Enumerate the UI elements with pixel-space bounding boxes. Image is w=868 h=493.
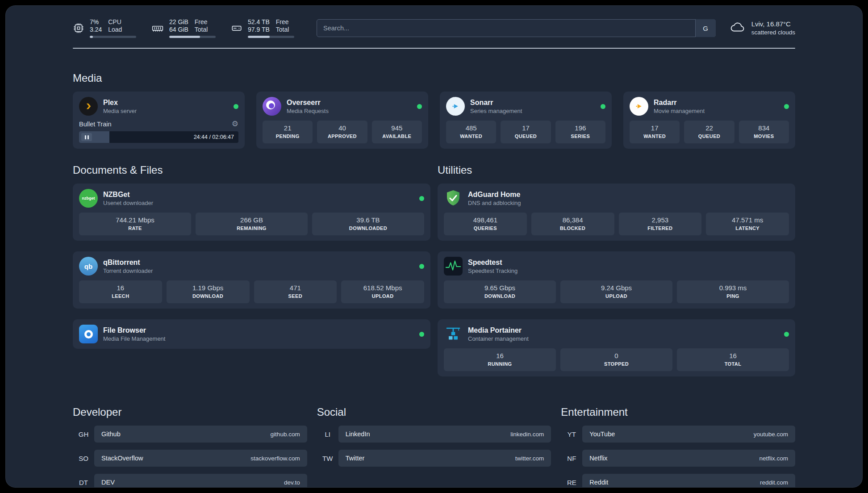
stat-tile: 22QUEUED — [684, 121, 734, 143]
status-dot — [234, 104, 238, 109]
stat-tile: 17WANTED — [630, 121, 680, 143]
bookmark-netflix[interactable]: NF Netflix netflix.com — [561, 450, 795, 467]
service-card-radarr[interactable]: Radarr Movie management 17WANTED 22QUEUE… — [623, 92, 795, 149]
service-card-adguard[interactable]: AdGuard Home DNS and adblocking 498,461Q… — [438, 184, 795, 241]
service-name: Sonarr — [470, 98, 522, 107]
screen: 7% 3.24 CPU Load — [0, 0, 868, 493]
media-row: Plex Media server Bullet Train ⚙ 24:44 /… — [73, 92, 795, 149]
section-heading-media: Media — [73, 72, 795, 84]
stat-tile: 17QUEUED — [501, 121, 551, 143]
stat-tile: 39.6 TBDOWNLOADED — [312, 213, 424, 235]
stat-tile: 618.52 MbpsUPLOAD — [341, 280, 424, 303]
bookmark-url: twitter.com — [515, 455, 544, 462]
weather-condition: scattered clouds — [751, 28, 795, 37]
section-heading-entertainment: Entertainment — [561, 406, 795, 418]
portainer-icon — [444, 325, 463, 343]
service-card-qbittorrent[interactable]: qb qBittorrent Torrent downloader 16LEEC… — [73, 251, 430, 309]
bookmark-name: Github — [101, 430, 121, 438]
stat-tile: 266 GBREMAINING — [196, 213, 308, 235]
search-provider-button[interactable]: G — [695, 19, 716, 37]
bookmark-name: DEV — [101, 479, 115, 486]
bookmark-url: linkedin.com — [510, 431, 544, 438]
service-card-overseerr[interactable]: Overseerr Media Requests 21PENDING 40APP… — [256, 92, 428, 149]
service-desc: Container management — [468, 335, 529, 343]
plex-icon — [79, 97, 98, 116]
status-dot — [417, 104, 422, 109]
status-dot — [601, 104, 605, 109]
service-card-filebrowser[interactable]: File Browser Media File Management — [73, 319, 430, 349]
section-heading-documents: Documents & Files — [73, 164, 430, 176]
bookmarks-section: Developer GH Github github.com SO StackO… — [73, 406, 795, 488]
pause-button[interactable] — [81, 133, 92, 141]
cpu-label: CPU — [108, 18, 122, 26]
bookmark-name: Reddit — [589, 479, 608, 486]
memory-usage-bar — [169, 36, 216, 38]
adguard-icon — [444, 189, 463, 208]
service-name: Media Portainer — [468, 326, 529, 335]
status-dot — [419, 196, 424, 201]
status-dot — [419, 264, 424, 269]
bookmark-github[interactable]: GH Github github.com — [73, 426, 307, 443]
service-card-nzbget[interactable]: nzbget NZBGet Usenet downloader 744.21 M… — [73, 184, 430, 241]
stat-tile: 9.24 GbpsUPLOAD — [560, 280, 672, 303]
disk-icon — [231, 22, 242, 34]
stat-tile: 16TOTAL — [677, 348, 789, 371]
stat-tile: 16LEECH — [79, 280, 162, 303]
bookmark-youtube[interactable]: YT YouTube youtube.com — [561, 426, 795, 443]
service-card-speedtest[interactable]: Speedtest Speedtest Tracking 9.65 GbpsDO… — [438, 251, 795, 309]
stat-tile: 744.21 MbpsRATE — [79, 213, 191, 235]
documents-column: Documents & Files nzbget NZBGet Usenet d… — [73, 164, 430, 359]
stat-tile: 498,461QUERIES — [444, 213, 527, 235]
service-desc: Torrent downloader — [103, 267, 153, 275]
service-name: Plex — [103, 98, 137, 107]
service-name: NZBGet — [103, 190, 153, 199]
disk-total-label: Total — [276, 26, 289, 33]
overseerr-icon — [263, 97, 281, 116]
bookmark-url: reddit.com — [760, 479, 788, 486]
now-playing-title: Bullet Train — [79, 121, 112, 128]
stat-tile: 834MOVIES — [739, 121, 789, 143]
nzbget-icon: nzbget — [79, 189, 98, 208]
bookmark-stackoverflow[interactable]: SO StackOverflow stackoverflow.com — [73, 450, 307, 467]
sonarr-icon — [446, 97, 465, 116]
service-card-portainer[interactable]: Media Portainer Container management 16R… — [438, 319, 795, 376]
disk-usage-bar — [248, 36, 294, 38]
bookmark-dev[interactable]: DT DEV dev.to — [73, 474, 307, 488]
bookmark-twitter[interactable]: TW Twitter twitter.com — [317, 450, 551, 467]
top-bar: 7% 3.24 CPU Load — [73, 6, 795, 38]
playback-time: 24:44 / 02:06:47 — [194, 134, 234, 140]
bookmark-reddit[interactable]: RE Reddit reddit.com — [561, 474, 795, 488]
stat-tile: 21PENDING — [263, 121, 313, 143]
service-desc: Movie management — [654, 107, 705, 115]
search-input[interactable] — [317, 19, 716, 37]
media-progress-bar[interactable]: 24:44 / 02:06:47 — [79, 131, 238, 143]
cpu-load-label: Load — [108, 26, 122, 33]
bookmark-abbr: LI — [317, 430, 338, 438]
bookmark-abbr: DT — [73, 479, 94, 486]
search-bar: G — [317, 19, 716, 37]
section-heading-utilities: Utilities — [438, 164, 795, 176]
memory-total: 64 GiB — [169, 26, 188, 33]
bookmark-name: Netflix — [589, 455, 607, 462]
bookmark-linkedin[interactable]: LI LinkedIn linkedin.com — [317, 426, 551, 443]
bookmark-url: github.com — [271, 431, 300, 438]
cpu-widget: 7% 3.24 CPU Load — [73, 18, 136, 38]
service-card-sonarr[interactable]: Sonarr Series management 485WANTED 17QUE… — [440, 92, 612, 149]
settings-icon[interactable]: ⚙ — [232, 120, 238, 128]
filebrowser-icon — [79, 325, 98, 343]
section-heading-social: Social — [317, 406, 551, 418]
bookmark-abbr: GH — [73, 430, 94, 438]
cpu-icon — [73, 22, 84, 34]
cpu-percent: 7% — [90, 18, 102, 26]
bookmarks-social: Social LI LinkedIn linkedin.com TW Twitt… — [317, 406, 551, 474]
stat-tile: 40APPROVED — [317, 121, 367, 143]
weather-widget[interactable]: Lviv, 16.87°C scattered clouds — [729, 20, 795, 37]
status-dot — [419, 332, 424, 337]
bookmark-abbr: YT — [561, 430, 582, 438]
stat-tile: 16RUNNING — [444, 348, 556, 371]
disk-free-label: Free — [276, 18, 289, 26]
topbar-divider — [73, 48, 795, 49]
disk-widget: 52.4 TB 97.9 TB Free Total — [231, 18, 294, 38]
bookmark-url: netflix.com — [759, 455, 788, 462]
service-card-plex[interactable]: Plex Media server Bullet Train ⚙ 24:44 /… — [73, 92, 245, 149]
